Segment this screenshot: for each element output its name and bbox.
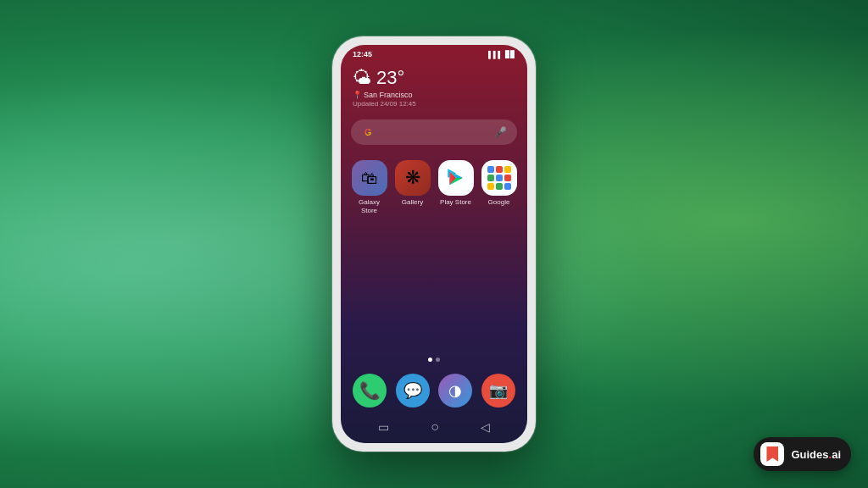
bixby-icon: ◑ xyxy=(438,374,472,408)
gallery-app[interactable]: ❋ Gallery xyxy=(394,160,431,214)
status-signal: ▌▌▌ xyxy=(488,51,503,58)
location-pin-icon: 📍 xyxy=(353,91,362,99)
dot-1 xyxy=(428,358,432,362)
play-store-app[interactable]: Play Store xyxy=(437,160,474,214)
app-grid: 🛍 GalaxyStore ❋ Gallery xyxy=(341,152,527,352)
google-logo: G xyxy=(361,125,375,139)
gallery-icon: ❋ xyxy=(395,160,431,196)
page-dots xyxy=(341,352,527,367)
camera-app[interactable]: 📷 xyxy=(480,374,518,408)
navigation-bar: ▭ ○ ◁ xyxy=(341,414,527,443)
galaxy-store-app[interactable]: 🛍 GalaxyStore xyxy=(351,160,387,214)
play-store-svg xyxy=(445,167,467,189)
google-dots-grid xyxy=(487,166,511,190)
home-button[interactable]: ○ xyxy=(431,419,439,435)
camera-icon: 📷 xyxy=(481,374,515,408)
bixby-app[interactable]: ◑ xyxy=(437,374,475,408)
status-battery: ▊▊ xyxy=(505,51,515,58)
dot-2 xyxy=(436,358,440,362)
galaxy-store-label: GalaxyStore xyxy=(359,198,380,214)
phone-device: 12:45 ▌▌▌ ▊▊ 🌤 23° 📍 San Francisco Updat… xyxy=(332,36,536,452)
weather-updated: Updated 24/09 12:45 xyxy=(353,100,515,108)
recents-button[interactable]: ▭ xyxy=(378,420,389,434)
status-bar: 12:45 ▌▌▌ ▊▊ xyxy=(341,45,527,60)
google-app[interactable]: Google xyxy=(481,160,517,214)
weather-icon: 🌤 xyxy=(353,67,371,89)
gallery-label: Gallery xyxy=(402,198,423,207)
bottom-dock: 📞 💬 ◑ 📷 xyxy=(341,367,527,414)
google-label: Google xyxy=(488,198,510,207)
bookmark-icon xyxy=(766,446,778,462)
play-store-label: Play Store xyxy=(440,198,471,207)
weather-location: San Francisco xyxy=(364,91,413,99)
google-search-bar[interactable]: G 🎤 xyxy=(351,119,517,145)
phone-icon: 📞 xyxy=(353,374,387,408)
phone-screen: 12:45 ▌▌▌ ▊▊ 🌤 23° 📍 San Francisco Updat… xyxy=(341,45,527,443)
guides-label: Guides.ai xyxy=(791,448,841,461)
guides-icon-wrapper xyxy=(760,442,784,466)
guides-badge[interactable]: Guides.ai xyxy=(754,437,851,471)
weather-widget: 🌤 23° 📍 San Francisco Updated 24/09 12:4… xyxy=(341,60,527,113)
microphone-icon: 🎤 xyxy=(494,126,507,138)
back-button[interactable]: ◁ xyxy=(481,420,490,434)
play-store-icon xyxy=(438,160,474,196)
galaxy-store-icon: 🛍 xyxy=(352,160,387,196)
status-time: 12:45 xyxy=(353,50,372,58)
messages-icon: 💬 xyxy=(396,374,430,408)
google-icon xyxy=(481,160,517,196)
messages-app[interactable]: 💬 xyxy=(394,374,432,408)
phone-app[interactable]: 📞 xyxy=(351,374,389,408)
weather-temperature: 23° xyxy=(376,67,404,89)
